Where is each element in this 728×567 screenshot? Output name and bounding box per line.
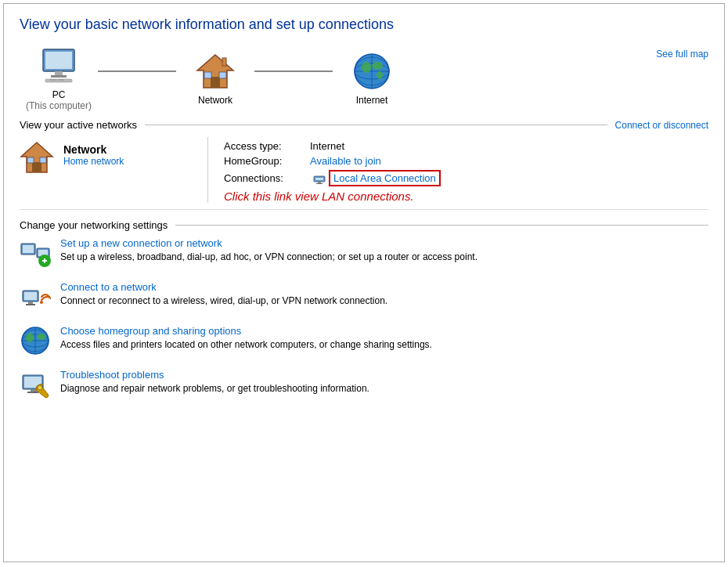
homegroup-desc: Access files and printers located on oth… xyxy=(60,339,432,350)
network-map-icons: PC (This computer) xyxy=(20,45,656,111)
pc-sublabel: (This computer) xyxy=(26,100,92,111)
svg-rect-26 xyxy=(318,182,321,183)
pc-label: PC xyxy=(52,89,66,100)
internet-icon xyxy=(351,51,392,92)
active-networks-header: View your active networks Connect or dis… xyxy=(20,119,708,131)
active-networks-panel: Network Home network Access type: Intern… xyxy=(20,137,708,210)
svg-rect-34 xyxy=(44,258,45,263)
network-info-left: Network Home network xyxy=(20,137,192,203)
lan-connection-box: Local Area Connection xyxy=(329,170,441,186)
svg-rect-23 xyxy=(40,157,46,163)
connections-row: Connections: Local Area Connection xyxy=(224,170,708,186)
new-connection-desc: Set up a wireless, broadband, dial-up, a… xyxy=(60,251,478,262)
pc-icon xyxy=(38,45,79,86)
svg-rect-10 xyxy=(219,72,226,78)
connect-network-link[interactable]: Connect to a network xyxy=(60,281,708,293)
svg-point-18 xyxy=(372,62,383,70)
svg-rect-9 xyxy=(204,72,211,78)
lan-connection-link[interactable]: Local Area Connection xyxy=(333,172,436,184)
settings-text-troubleshoot: Troubleshoot problems Diagnose and repai… xyxy=(60,369,708,395)
homegroup-label: HomeGroup: xyxy=(224,155,310,167)
network-map-item: Network xyxy=(176,51,254,106)
troubleshoot-icon xyxy=(20,369,51,400)
svg-rect-5 xyxy=(50,79,56,81)
settings-item-troubleshoot: Troubleshoot problems Diagnose and repai… xyxy=(20,369,708,400)
settings-item-new-connection: Set up a new connection or network Set u… xyxy=(20,237,708,269)
line2 xyxy=(254,70,333,72)
svg-rect-1 xyxy=(45,52,72,69)
network-type-link[interactable]: Home network xyxy=(63,156,124,167)
pc-map-item: PC (This computer) xyxy=(20,45,98,111)
svg-rect-22 xyxy=(27,157,34,163)
homegroup-row: HomeGroup: Available to join xyxy=(224,155,708,167)
svg-rect-38 xyxy=(26,304,35,305)
internet-map-item: Internet xyxy=(333,51,411,106)
line1 xyxy=(98,70,176,72)
change-settings-divider xyxy=(175,225,708,226)
connect-disconnect-link[interactable]: Connect or disconnect xyxy=(615,120,708,131)
homegroup-icon xyxy=(20,325,51,356)
svg-point-17 xyxy=(362,62,371,73)
settings-text-new-connection: Set up a new connection or network Set u… xyxy=(60,237,708,264)
network-icon xyxy=(195,51,236,92)
network-map: PC (This computer) xyxy=(20,45,708,111)
change-settings-section: Change your networking settings xyxy=(20,219,708,400)
access-type-label: Access type: xyxy=(224,140,310,152)
svg-rect-25 xyxy=(315,178,323,180)
svg-point-39 xyxy=(40,301,43,304)
svg-rect-3 xyxy=(51,75,67,78)
svg-rect-2 xyxy=(55,71,63,75)
svg-rect-11 xyxy=(222,58,226,66)
svg-point-46 xyxy=(37,334,46,340)
new-connection-icon xyxy=(20,237,51,269)
divider-line xyxy=(145,125,607,125)
connect-network-desc: Connect or reconnect to a wireless, wire… xyxy=(60,295,387,306)
svg-rect-27 xyxy=(316,183,323,184)
change-settings-header: Change your networking settings xyxy=(20,219,708,231)
svg-rect-37 xyxy=(28,302,33,304)
click-hint: Click this link view LAN connections. xyxy=(224,190,708,203)
network-divider xyxy=(207,137,208,203)
homegroup-link[interactable]: Choose homegroup and sharing options xyxy=(60,325,708,337)
svg-rect-50 xyxy=(27,392,38,393)
change-settings-label: Change your networking settings xyxy=(20,219,168,231)
svg-point-45 xyxy=(26,333,34,342)
connections-label: Connections: xyxy=(224,172,310,184)
svg-rect-36 xyxy=(24,292,37,300)
access-type-row: Access type: Internet xyxy=(224,140,708,152)
active-networks-label: View your active networks xyxy=(20,119,137,131)
settings-text-connect-network: Connect to a network Connect or reconnec… xyxy=(60,281,708,308)
troubleshoot-link[interactable]: Troubleshoot problems xyxy=(60,369,708,381)
connect-disconnect-container: Connect or disconnect xyxy=(615,119,708,131)
settings-item-homegroup: Choose homegroup and sharing options Acc… xyxy=(20,325,708,356)
svg-rect-29 xyxy=(23,245,34,253)
settings-text-homegroup: Choose homegroup and sharing options Acc… xyxy=(60,325,708,352)
homegroup-value-link[interactable]: Available to join xyxy=(310,155,381,167)
page-title: View your basic network information and … xyxy=(20,16,708,33)
svg-point-51 xyxy=(38,385,42,390)
connect-network-icon xyxy=(20,281,51,312)
main-container: View your basic network information and … xyxy=(3,3,725,562)
network-name-block: Network Home network xyxy=(63,140,124,167)
svg-point-19 xyxy=(377,71,383,79)
network-name: Network xyxy=(63,143,124,156)
network-details: Access type: Internet HomeGroup: Availab… xyxy=(224,137,708,203)
svg-rect-8 xyxy=(211,77,220,88)
lan-icon xyxy=(313,172,326,185)
troubleshoot-desc: Diagnose and repair network problems, or… xyxy=(60,383,369,394)
internet-label: Internet xyxy=(356,95,388,106)
access-type-value: Internet xyxy=(310,140,344,152)
new-connection-link[interactable]: Set up a new connection or network xyxy=(60,237,708,249)
svg-rect-6 xyxy=(58,79,64,81)
svg-rect-21 xyxy=(32,162,41,172)
settings-item-connect-network: Connect to a network Connect or reconnec… xyxy=(20,281,708,312)
svg-rect-49 xyxy=(31,389,37,392)
see-full-map-link[interactable]: See full map xyxy=(656,45,708,60)
network-house-icon xyxy=(20,140,54,175)
network-label: Network xyxy=(198,95,232,106)
